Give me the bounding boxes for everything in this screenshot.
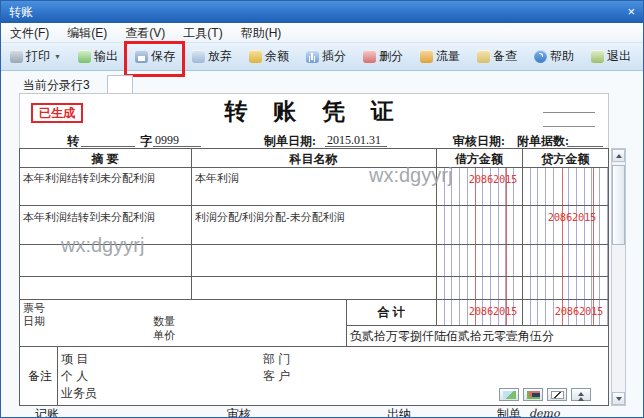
customer-field[interactable]: 客 户	[263, 368, 290, 385]
collapse-button[interactable]	[571, 388, 591, 401]
underline	[567, 146, 603, 147]
reference-button[interactable]: 备查	[474, 46, 520, 67]
menu-edit[interactable]: 编辑(E)	[58, 23, 116, 43]
exit-button[interactable]: 退出	[588, 46, 634, 67]
row2-credit-amount[interactable]: 20862015	[523, 211, 596, 223]
delete-entry-button[interactable]: 删分	[360, 46, 406, 67]
discard-label: 放弃	[208, 48, 232, 65]
bookkeeping-label: 记账	[35, 406, 59, 418]
watermark-text: wx:dgyyrj	[61, 234, 144, 257]
voucher-title: 转 账 凭 证	[19, 96, 609, 127]
amount-in-words: 负贰拾万零捌仟陆佰贰拾元零壹角伍分	[350, 328, 554, 345]
pen-icon	[551, 391, 564, 399]
total-debit-amount: 20862015	[437, 305, 517, 317]
reference-icon	[477, 50, 490, 63]
audit-date-label: 审核日期:	[453, 133, 505, 150]
row2-account-cell[interactable]: 利润分配/利润分配-未分配利润	[195, 210, 345, 225]
cashier-label: 出纳	[387, 406, 411, 418]
insert-entry-button[interactable]: 插分	[303, 46, 349, 67]
underline	[81, 146, 135, 147]
underline	[153, 146, 201, 147]
quantity-label: 数量	[153, 314, 175, 329]
menu-help[interactable]: 帮助(H)	[232, 23, 291, 43]
menu-file[interactable]: 文件(F)	[1, 23, 58, 43]
menu-tools[interactable]: 工具(T)	[174, 23, 231, 43]
print-button[interactable]: 打印 ▼	[7, 46, 64, 67]
signature-line	[543, 126, 595, 127]
project-field[interactable]: 项 目	[61, 351, 88, 368]
help-button[interactable]: 帮助	[531, 46, 577, 67]
discard-icon	[192, 50, 205, 63]
voucher-word-prefix: 转	[67, 133, 79, 150]
export-icon	[78, 50, 91, 63]
balance-button[interactable]: 余额	[246, 46, 292, 67]
export-button[interactable]: 输出	[75, 46, 121, 67]
delete-entry-icon	[363, 50, 376, 63]
help-label: 帮助	[550, 48, 574, 65]
scan-image-button[interactable]	[523, 388, 543, 401]
exit-label: 退出	[607, 48, 631, 65]
maker-label: 制单	[497, 406, 521, 418]
total-credit-amount: 20862015	[523, 305, 603, 317]
signature-pen-button[interactable]	[547, 388, 567, 401]
signature-line	[543, 112, 595, 113]
insert-entry-label: 插分	[322, 48, 346, 65]
chevron-up-double-icon	[575, 391, 588, 399]
audit-label: 审核	[227, 406, 251, 418]
menu-bar: 文件(F) 编辑(E) 查看(V) 工具(T) 帮助(H)	[1, 23, 643, 43]
salesman-field[interactable]: 业务员	[61, 385, 97, 402]
cashflow-button[interactable]: 流量	[417, 46, 463, 67]
save-button[interactable]: 保存	[132, 46, 178, 67]
vertical-scrollbar[interactable]	[611, 148, 626, 406]
current-entry-row-input[interactable]	[107, 75, 133, 94]
person-field[interactable]: 个 人	[61, 368, 88, 385]
header-summary: 摘 要	[19, 151, 191, 168]
close-icon[interactable]: ×	[627, 1, 635, 23]
scroll-down-button[interactable]	[612, 392, 625, 405]
balance-label: 余额	[265, 48, 289, 65]
cashflow-label: 流量	[436, 48, 460, 65]
scrollbar-thumb[interactable]	[612, 165, 625, 245]
watermark-text: wx:dgyyrj	[369, 164, 452, 187]
voucher-word-zi: 字	[140, 133, 152, 150]
department-field[interactable]: 部 门	[263, 351, 290, 368]
attachment-image-button[interactable]	[499, 388, 519, 401]
cashflow-icon	[420, 50, 433, 63]
empty-row[interactable]	[20, 277, 608, 299]
chevron-down-icon[interactable]: ▼	[54, 53, 61, 60]
arrow-down-icon	[616, 397, 622, 404]
window-title: 转账	[9, 5, 33, 19]
window-titlebar: 转账 ×	[1, 1, 643, 23]
scroll-up-button[interactable]	[612, 149, 625, 162]
reference-label: 备查	[493, 48, 517, 65]
row1-account-cell[interactable]: 本年利润	[195, 171, 239, 186]
unit-price-label: 单价	[153, 328, 175, 343]
save-icon	[135, 50, 148, 63]
discard-button[interactable]: 放弃	[189, 46, 235, 67]
date-label: 日期	[23, 314, 45, 329]
toolbar: 打印 ▼ 输出 保存 放弃 余额 插分 删分 流量	[1, 43, 643, 71]
photo-icon	[527, 391, 540, 399]
save-label: 保存	[151, 48, 175, 65]
total-label: 合 计	[346, 304, 436, 321]
made-date-label: 制单日期:	[264, 133, 316, 150]
transfer-voucher-window: 转账 × 文件(F) 编辑(E) 查看(V) 工具(T) 帮助(H) 打印 ▼ …	[0, 0, 644, 418]
arrow-up-icon	[616, 151, 622, 158]
printer-icon	[10, 50, 23, 63]
print-label: 打印	[26, 48, 50, 65]
remark-label: 备注	[28, 368, 52, 385]
current-entry-row-label: 当前分录行3	[23, 77, 90, 94]
row2-summary-cell[interactable]: 本年利润结转到未分配利润	[23, 210, 155, 225]
image-icon	[503, 391, 516, 399]
exit-icon	[591, 50, 604, 63]
export-label: 输出	[94, 48, 118, 65]
menu-view[interactable]: 查看(V)	[116, 23, 174, 43]
maker-name: demo	[529, 407, 560, 418]
attachments-label: 附单据数:	[517, 133, 569, 150]
balance-icon	[249, 50, 262, 63]
row1-summary-cell[interactable]: 本年利润结转到未分配利润	[23, 171, 155, 186]
header-credit: 贷方金额	[522, 151, 609, 168]
delete-entry-label: 删分	[379, 48, 403, 65]
help-icon	[534, 50, 547, 63]
underline	[325, 146, 387, 147]
